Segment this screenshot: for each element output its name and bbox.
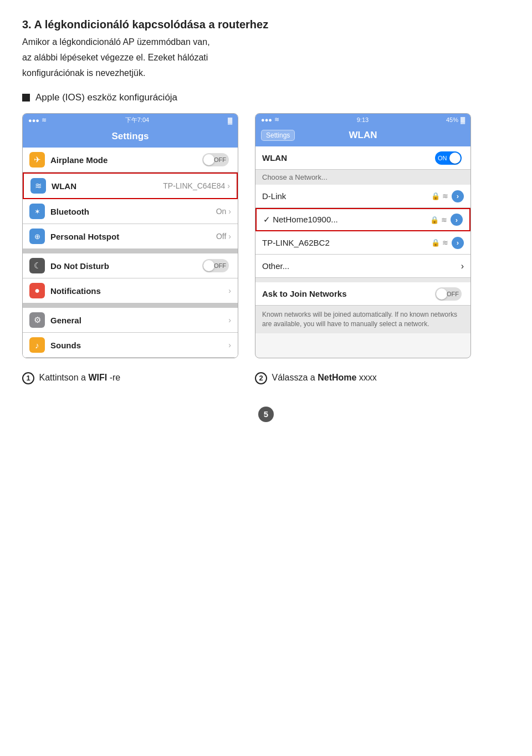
settings-section-1: ✈ Airplane Mode OFF ≋ WLAN TP-LINK_C64E8… bbox=[23, 148, 238, 249]
step2-text: Válassza a bbox=[272, 373, 318, 382]
dlink-name: D-Link bbox=[262, 191, 431, 201]
known-networks-text: Known networks will be joined automatica… bbox=[255, 306, 470, 333]
battery-pct-2: 45% bbox=[446, 116, 458, 123]
general-row[interactable]: ⚙ General › bbox=[23, 308, 238, 333]
phones-container: ●●● ≋ 下午7:04 ▓ Settings ✈ Airplane Mode … bbox=[22, 113, 510, 358]
dnd-row[interactable]: ☾ Do Not Disturb OFF bbox=[23, 253, 238, 278]
wlan-chevron: › bbox=[227, 181, 230, 190]
back-button[interactable]: Settings bbox=[261, 130, 295, 141]
title: 3. A légkondicionáló kapcsolódása a rout… bbox=[22, 17, 510, 32]
hotspot-icon: ⊕ bbox=[29, 229, 45, 244]
ask-toggle-knob bbox=[436, 288, 447, 300]
caption-step1: 1 Kattintson a WIFI -re bbox=[22, 372, 238, 384]
status-right-2: 45% ▓ bbox=[446, 116, 465, 123]
sounds-row[interactable]: ♪ Sounds › bbox=[23, 333, 238, 358]
dlink-wifi-icon: ≋ bbox=[442, 192, 448, 200]
dlink-info-btn[interactable]: › bbox=[452, 190, 464, 202]
wlan-on-label: ON bbox=[438, 155, 447, 161]
wifi-icon-1: ≋ bbox=[42, 116, 47, 124]
wlan-label: WLAN bbox=[52, 181, 163, 191]
nethome-row[interactable]: ✓ NetHome10900... 🔒 ≋ › bbox=[255, 208, 470, 231]
dlink-row[interactable]: D-Link 🔒 ≋ › bbox=[255, 185, 470, 208]
bluetooth-row[interactable]: ✶ Bluetooth On › bbox=[23, 199, 238, 224]
wifi-icon-2: ≋ bbox=[274, 116, 279, 123]
dnd-toggle[interactable]: OFF bbox=[202, 259, 229, 272]
page-number: 5 bbox=[258, 407, 274, 422]
general-icon: ⚙ bbox=[29, 312, 45, 328]
sounds-chevron: › bbox=[228, 341, 231, 349]
status-right-1: ▓ bbox=[228, 117, 232, 124]
tplink-info-btn[interactable]: › bbox=[452, 237, 464, 249]
nethome-lock-icon: 🔒 bbox=[430, 216, 439, 224]
general-chevron: › bbox=[228, 316, 231, 324]
sounds-label: Sounds bbox=[50, 341, 228, 350]
settings-section-3: ⚙ General › ♪ Sounds › bbox=[23, 308, 238, 358]
nethome-name: ✓ NetHome10900... bbox=[263, 215, 430, 225]
airplane-toggle[interactable]: OFF bbox=[202, 153, 229, 166]
step1-bold: WIFI bbox=[88, 373, 107, 382]
ask-off-label: OFF bbox=[447, 291, 459, 297]
ask-toggle[interactable]: OFF bbox=[435, 287, 462, 301]
iphone-wlan: ●●● ≋ 9:13 45% ▓ Settings WLAN WLAN ON C… bbox=[255, 113, 471, 358]
wlan-row[interactable]: ≋ WLAN TP-LINK_C64E84 › bbox=[23, 172, 238, 199]
dnd-label: Do Not Disturb bbox=[50, 261, 202, 271]
tplink-row[interactable]: TP-LINK_A62BC2 🔒 ≋ › bbox=[255, 231, 470, 255]
page-number-container: 5 bbox=[22, 407, 510, 422]
notifications-row[interactable]: ● Notifications › bbox=[23, 278, 238, 303]
section-gap-2 bbox=[23, 303, 238, 308]
subtitle-line1: Amikor a légkondicionáló AP üzemmódban v… bbox=[22, 35, 510, 49]
iphone-settings: ●●● ≋ 下午7:04 ▓ Settings ✈ Airplane Mode … bbox=[22, 113, 238, 358]
settings-title-bar: Settings bbox=[23, 126, 238, 148]
dnd-off-label: OFF bbox=[214, 262, 226, 269]
other-chevron: › bbox=[461, 261, 464, 271]
wlan-main-label: WLAN bbox=[262, 153, 435, 163]
choose-network-header: Choose a Network... bbox=[255, 170, 470, 185]
wlan-title-bar: Settings WLAN bbox=[255, 125, 470, 146]
notifications-icon: ● bbox=[29, 283, 45, 298]
other-label: Other... bbox=[262, 261, 461, 271]
dlink-icons: 🔒 ≋ bbox=[431, 192, 448, 200]
section-label: Apple (IOS) eszköz konfigurációja bbox=[35, 92, 177, 103]
tplink-lock-icon: 🔒 bbox=[431, 239, 440, 247]
status-left-2: ●●● ≋ bbox=[261, 116, 279, 123]
dlink-lock-icon: 🔒 bbox=[431, 192, 440, 200]
tplink-wifi-icon: ≋ bbox=[442, 239, 448, 247]
dnd-toggle-knob bbox=[203, 260, 214, 271]
status-bar-1: ●●● ≋ 下午7:04 ▓ bbox=[23, 114, 238, 126]
step2-bold: NetHome bbox=[318, 373, 356, 382]
hotspot-value: Off bbox=[216, 232, 226, 241]
wlan-value: TP-LINK_C64E84 bbox=[163, 181, 225, 190]
toggle-knob bbox=[203, 154, 214, 165]
hotspot-row[interactable]: ⊕ Personal Hotspot Off › bbox=[23, 224, 238, 249]
ask-row[interactable]: Ask to Join Networks OFF bbox=[255, 282, 470, 306]
section-heading: Apple (IOS) eszköz konfigurációja bbox=[22, 92, 510, 103]
tplink-icons: 🔒 ≋ bbox=[431, 239, 448, 247]
bluetooth-label: Bluetooth bbox=[50, 207, 216, 216]
status-left-1: ●●● ≋ bbox=[28, 116, 47, 124]
toggle-off-label: OFF bbox=[214, 156, 226, 163]
general-label: General bbox=[50, 316, 228, 325]
nethome-info-btn[interactable]: › bbox=[451, 214, 463, 226]
airplane-icon: ✈ bbox=[29, 152, 45, 168]
step1-suffix: -re bbox=[110, 373, 121, 382]
wlan-main-toggle[interactable]: ON bbox=[435, 151, 462, 165]
step2-suffix: xxxx bbox=[359, 373, 377, 382]
settings-section-2: ☾ Do Not Disturb OFF ● Notifications › bbox=[23, 253, 238, 303]
ask-label: Ask to Join Networks bbox=[262, 289, 435, 298]
wlan-icon: ≋ bbox=[30, 178, 46, 194]
dnd-icon: ☾ bbox=[29, 258, 45, 273]
step1-circle: 1 bbox=[22, 372, 34, 384]
nethome-wifi-icon: ≋ bbox=[441, 216, 447, 224]
notifications-chevron: › bbox=[228, 286, 231, 295]
other-row[interactable]: Other... › bbox=[255, 255, 470, 278]
bluetooth-chevron: › bbox=[228, 207, 231, 216]
battery-icon-2: ▓ bbox=[461, 116, 465, 123]
signal-icon-1: ●●● bbox=[28, 117, 39, 124]
step2-circle: 2 bbox=[255, 372, 267, 384]
subtitle-line2: az alábbi lépéseket végezze el. Ezeket h… bbox=[22, 51, 510, 64]
wlan-toggle-row[interactable]: WLAN ON bbox=[255, 146, 470, 170]
bluetooth-icon: ✶ bbox=[29, 204, 45, 219]
airplane-row[interactable]: ✈ Airplane Mode OFF bbox=[23, 148, 238, 172]
section-gap-1 bbox=[23, 249, 238, 253]
notifications-label: Notifications bbox=[50, 286, 228, 296]
